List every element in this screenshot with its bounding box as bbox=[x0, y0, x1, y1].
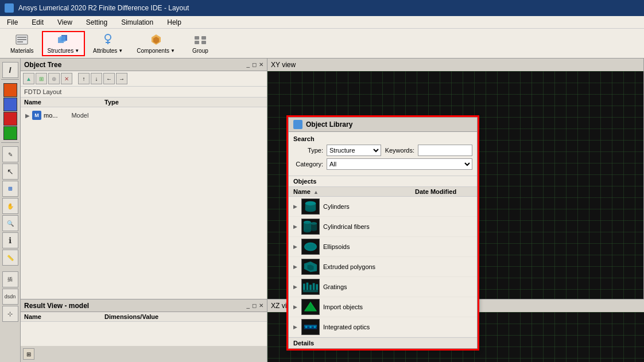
svg-point-48 bbox=[309, 326, 312, 328]
menu-view[interactable]: View bbox=[55, 18, 75, 27]
lib-item-integrated-optics[interactable]: ▶ Integrated optics bbox=[289, 317, 477, 337]
sidebar-italic-btn[interactable]: I bbox=[2, 62, 18, 78]
components-icon bbox=[149, 33, 163, 46]
search-category-row: Category: All bbox=[293, 158, 472, 170]
lib-item-ellipsoids[interactable]: ▶ Ellipsoids bbox=[289, 237, 477, 257]
xy-view-header: XY view bbox=[267, 59, 643, 71]
thumb-cylinders bbox=[301, 198, 320, 215]
search-label: Search bbox=[293, 135, 472, 142]
xy-view-title: XY view bbox=[271, 61, 296, 69]
result-btn-grid[interactable]: ⊞ bbox=[23, 348, 34, 360]
attributes-label: Attributes ▼ bbox=[93, 48, 123, 54]
tool-info[interactable]: ℹ bbox=[2, 232, 18, 248]
tree-btn-up[interactable]: ↑ bbox=[78, 73, 90, 84]
tree-col-name: Name bbox=[24, 99, 104, 106]
keywords-label: Keywords: bbox=[385, 147, 414, 154]
group-button[interactable]: Group bbox=[183, 31, 218, 56]
group-label: Group bbox=[192, 48, 208, 54]
tree-btn-coord[interactable]: ⊕ bbox=[48, 73, 60, 84]
tool-hand[interactable]: ✋ bbox=[2, 198, 18, 214]
sidebar-bottom: 插 dsdn ⊹ bbox=[2, 269, 18, 324]
tool-cursor[interactable]: ↖ bbox=[2, 164, 18, 180]
tree-btn-mountain[interactable]: ▲ bbox=[23, 73, 34, 84]
svg-rect-36 bbox=[307, 283, 309, 290]
toolbar: Materials Structures ▼ Attributes ▼ bbox=[0, 29, 644, 59]
result-toolbar: ⊞ bbox=[21, 346, 267, 362]
svg-rect-6 bbox=[60, 36, 65, 42]
lib-item-gratings[interactable]: ▶ Gratings bbox=[289, 277, 477, 297]
result-headers: Name Dimensions/Value bbox=[21, 312, 267, 322]
type-select[interactable]: Structure bbox=[327, 145, 381, 156]
sidebar-admin[interactable]: dsdn bbox=[2, 289, 18, 305]
keywords-input[interactable] bbox=[418, 145, 472, 156]
tree-item-model[interactable]: ▶ M mo... Model bbox=[24, 110, 263, 121]
panel-float[interactable]: ◻ bbox=[252, 61, 257, 68]
color-swatch-1[interactable] bbox=[3, 83, 17, 97]
expand-extruded-polygons: ▶ bbox=[293, 264, 298, 270]
panel-close[interactable]: ✕ bbox=[259, 61, 263, 68]
item-import-objects-name: Import objects bbox=[323, 303, 472, 310]
result-content bbox=[21, 322, 267, 346]
svg-rect-2 bbox=[17, 39, 26, 40]
tree-btn-left[interactable]: ← bbox=[103, 73, 115, 84]
sidebar-grid[interactable]: ⊹ bbox=[2, 306, 18, 322]
color-swatch-2[interactable] bbox=[3, 98, 17, 111]
svg-point-23 bbox=[304, 229, 311, 233]
tree-headers: Name Type bbox=[21, 98, 267, 107]
menu-help[interactable]: Help bbox=[165, 18, 184, 27]
category-select[interactable]: All bbox=[327, 158, 472, 170]
result-float[interactable]: ◻ bbox=[252, 302, 257, 309]
tree-btn-right[interactable]: → bbox=[116, 73, 127, 84]
svg-rect-15 bbox=[201, 41, 206, 44]
attributes-button[interactable]: Attributes ▼ bbox=[87, 31, 129, 56]
item-cylindrical-fibers-name: Cylindrical fibers bbox=[323, 223, 472, 230]
lib-item-cylindrical-fibers[interactable]: ▶ Cylindrical fibers bbox=[289, 217, 477, 237]
thumb-ellipsoids bbox=[301, 239, 320, 255]
sidebar-top-section: I bbox=[1, 61, 19, 80]
materials-button[interactable]: Materials bbox=[5, 31, 40, 56]
menu-simulation[interactable]: Simulation bbox=[119, 18, 156, 27]
menu-bar: File Edit View Setting Simulation Help bbox=[0, 16, 644, 29]
object-tree-panel: Object Tree _ ◻ ✕ ▲ ⊞ ⊕ ✕ ↑ ↓ ← → bbox=[21, 59, 267, 299]
thumb-cylindrical-fibers bbox=[301, 219, 320, 235]
app-icon bbox=[5, 3, 14, 13]
lib-col-date-header: Date Modified bbox=[415, 188, 472, 195]
panel-minimize[interactable]: _ bbox=[246, 61, 250, 68]
svg-rect-14 bbox=[195, 41, 199, 44]
sidebar-insert[interactable]: 插 bbox=[2, 271, 18, 287]
lib-item-cylinders[interactable]: ▶ Cylinders bbox=[289, 197, 477, 217]
tree-item-type-model: Model bbox=[71, 112, 88, 119]
svg-point-7 bbox=[105, 34, 111, 40]
tree-btn-down[interactable]: ↓ bbox=[91, 73, 102, 84]
item-cylinders-name: Cylinders bbox=[323, 203, 472, 210]
lib-title-icon bbox=[293, 120, 302, 129]
tool-struct[interactable]: ⊞ bbox=[2, 181, 18, 197]
color-swatch-4[interactable] bbox=[3, 126, 17, 140]
tree-col-type: Type bbox=[104, 99, 263, 106]
item-gratings-name: Gratings bbox=[323, 283, 472, 290]
structures-label: Structures ▼ bbox=[48, 48, 80, 54]
color-swatch-3[interactable] bbox=[3, 112, 17, 126]
svg-point-29 bbox=[306, 244, 316, 249]
result-minimize[interactable]: _ bbox=[246, 302, 250, 309]
result-close[interactable]: ✕ bbox=[259, 302, 263, 309]
structures-button[interactable]: Structures ▼ bbox=[42, 31, 86, 56]
tree-btn-grid[interactable]: ⊞ bbox=[36, 73, 47, 84]
tree-btn-delete[interactable]: ✕ bbox=[61, 73, 72, 84]
lib-item-extruded-polygons[interactable]: ▶ Extruded polygons bbox=[289, 257, 477, 277]
svg-rect-1 bbox=[17, 37, 26, 38]
menu-file[interactable]: File bbox=[5, 18, 20, 27]
col-name-text: Name bbox=[293, 188, 311, 195]
svg-rect-40 bbox=[303, 290, 318, 293]
item-extruded-polygons-name: Extruded polygons bbox=[323, 263, 472, 270]
lib-item-import-objects[interactable]: ▶ Import objects bbox=[289, 297, 477, 317]
tree-item-icon-model: M bbox=[32, 111, 41, 120]
menu-setting[interactable]: Setting bbox=[84, 18, 110, 27]
tool-ruler[interactable]: 📏 bbox=[2, 250, 18, 266]
result-panel: Result View - model _ ◻ ✕ Name Dimension… bbox=[21, 299, 267, 362]
components-button[interactable]: Components ▼ bbox=[131, 31, 181, 56]
tool-pencil[interactable]: ✎ bbox=[2, 146, 18, 162]
tool-magnify[interactable]: 🔍 bbox=[2, 215, 18, 231]
svg-rect-37 bbox=[309, 285, 312, 290]
menu-edit[interactable]: Edit bbox=[29, 18, 46, 27]
